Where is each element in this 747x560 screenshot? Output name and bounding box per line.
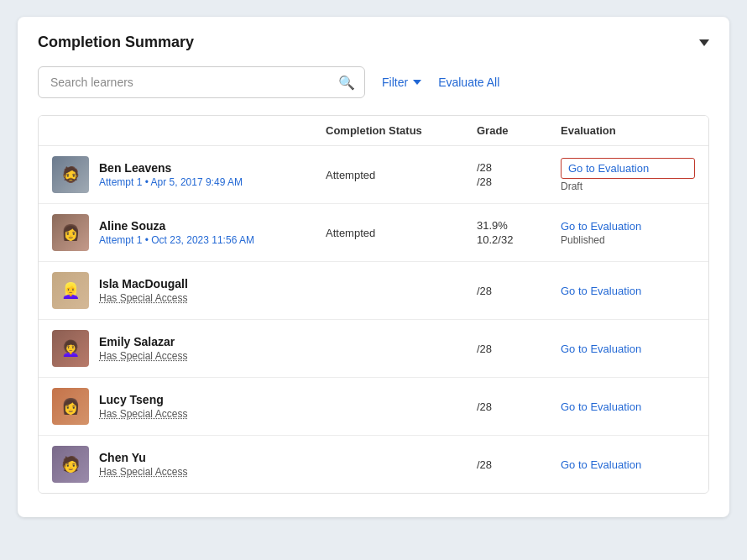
table-row: 👩 Lucy Tseng Has Special Access /28 Go t… bbox=[39, 378, 708, 436]
grade-cell: /28 bbox=[477, 400, 561, 413]
grade-secondary: 10.2/32 bbox=[477, 233, 561, 246]
grade-cell: /28 /28 bbox=[477, 161, 561, 188]
learner-name: Ben Leavens bbox=[99, 161, 243, 175]
grade-primary: /28 bbox=[477, 343, 561, 355]
table-row: 👩 Aline Souza Attempt 1 • Oct 23, 2023 1… bbox=[39, 204, 708, 262]
filter-button[interactable]: Filter bbox=[382, 76, 421, 89]
avatar: 👩 bbox=[52, 388, 89, 425]
filter-label: Filter bbox=[382, 76, 408, 89]
has-special-access-label[interactable]: Has Special Access bbox=[99, 292, 188, 304]
learner-name: Isla MacDougall bbox=[99, 277, 188, 290]
learner-cell: 👩 Lucy Tseng Has Special Access bbox=[52, 388, 326, 425]
evaluate-all-button[interactable]: Evaluate All bbox=[438, 76, 499, 89]
attempt-info: Attempt 1 • Apr 5, 2017 9:49 AM bbox=[99, 176, 243, 188]
col-completion-status: Completion Status bbox=[326, 124, 477, 137]
evaluation-status: Published bbox=[561, 234, 695, 246]
avatar: 🧑 bbox=[52, 446, 89, 483]
table-header: Completion Status Grade Evaluation bbox=[39, 116, 708, 146]
learner-cell: 🧔 Ben Leavens Attempt 1 • Apr 5, 2017 9:… bbox=[52, 156, 326, 193]
grade-cell: /28 bbox=[477, 458, 561, 471]
grade-secondary: /28 bbox=[477, 175, 561, 188]
evaluation-cell: Go to Evaluation bbox=[561, 458, 695, 471]
learner-cell: 👩 Aline Souza Attempt 1 • Oct 23, 2023 1… bbox=[52, 214, 326, 251]
filter-chevron-icon bbox=[413, 80, 421, 85]
avatar: 👱‍♀️ bbox=[52, 272, 89, 309]
evaluation-cell: Go to Evaluation Draft bbox=[561, 158, 695, 192]
collapse-icon[interactable] bbox=[699, 39, 709, 46]
grade-primary: /28 bbox=[477, 458, 561, 471]
learner-cell: 👩‍🦱 Emily Salazar Has Special Access bbox=[52, 330, 326, 367]
attempt-info: Attempt 1 • Oct 23, 2023 11:56 AM bbox=[99, 234, 254, 246]
search-wrapper: 🔍 bbox=[38, 66, 365, 98]
learner-name: Lucy Tseng bbox=[99, 393, 187, 406]
avatar: 👩 bbox=[52, 214, 89, 251]
col-evaluation: Evaluation bbox=[561, 124, 695, 137]
grade-primary: 31.9% bbox=[477, 219, 561, 232]
learner-info: Emily Salazar Has Special Access bbox=[99, 335, 187, 362]
has-special-access-label[interactable]: Has Special Access bbox=[99, 466, 187, 478]
table-body: 🧔 Ben Leavens Attempt 1 • Apr 5, 2017 9:… bbox=[39, 146, 708, 493]
grade-primary: /28 bbox=[477, 161, 561, 174]
learner-info: Lucy Tseng Has Special Access bbox=[99, 393, 187, 420]
table-row: 🧔 Ben Leavens Attempt 1 • Apr 5, 2017 9:… bbox=[39, 146, 708, 204]
avatar: 🧔 bbox=[52, 156, 89, 193]
evaluation-cell: Go to Evaluation bbox=[561, 285, 695, 297]
grade-cell: /28 bbox=[477, 285, 561, 297]
learner-info: Isla MacDougall Has Special Access bbox=[99, 277, 188, 304]
toolbar: 🔍 Filter Evaluate All bbox=[38, 66, 709, 98]
page-title: Completion Summary bbox=[38, 34, 194, 51]
table-row: 👩‍🦱 Emily Salazar Has Special Access /28… bbox=[39, 320, 708, 378]
completion-status: Attempted bbox=[326, 227, 477, 239]
grade-primary: /28 bbox=[477, 400, 561, 413]
table-row: 👱‍♀️ Isla MacDougall Has Special Access … bbox=[39, 262, 708, 320]
evaluation-cell: Go to Evaluation Published bbox=[561, 220, 695, 246]
learners-table: Completion Status Grade Evaluation 🧔 Ben… bbox=[38, 115, 709, 494]
evaluation-cell: Go to Evaluation bbox=[561, 343, 695, 355]
search-input[interactable] bbox=[38, 66, 365, 98]
avatar: 👩‍🦱 bbox=[52, 330, 89, 367]
learner-cell: 🧑 Chen Yu Has Special Access bbox=[52, 446, 326, 483]
go-to-evaluation-button[interactable]: Go to Evaluation bbox=[561, 285, 695, 297]
evaluation-cell: Go to Evaluation bbox=[561, 400, 695, 413]
go-to-evaluation-button[interactable]: Go to Evaluation bbox=[561, 220, 695, 233]
has-special-access-label[interactable]: Has Special Access bbox=[99, 350, 187, 362]
grade-primary: /28 bbox=[477, 285, 561, 297]
evaluation-status: Draft bbox=[561, 181, 695, 192]
learner-cell: 👱‍♀️ Isla MacDougall Has Special Access bbox=[52, 272, 326, 309]
go-to-evaluation-button[interactable]: Go to Evaluation bbox=[561, 343, 695, 355]
col-grade: Grade bbox=[477, 124, 561, 137]
learner-info: Ben Leavens Attempt 1 • Apr 5, 2017 9:49… bbox=[99, 161, 243, 188]
card-header: Completion Summary bbox=[38, 34, 709, 51]
go-to-evaluation-button[interactable]: Go to Evaluation bbox=[561, 458, 695, 471]
learner-info: Chen Yu Has Special Access bbox=[99, 451, 187, 478]
learner-name: Emily Salazar bbox=[99, 335, 187, 348]
learner-name: Chen Yu bbox=[99, 451, 187, 464]
has-special-access-label[interactable]: Has Special Access bbox=[99, 408, 187, 420]
learner-info: Aline Souza Attempt 1 • Oct 23, 2023 11:… bbox=[99, 219, 254, 246]
completion-status: Attempted bbox=[326, 169, 477, 181]
table-row: 🧑 Chen Yu Has Special Access /28 Go to E… bbox=[39, 436, 708, 493]
go-to-evaluation-button[interactable]: Go to Evaluation bbox=[561, 400, 695, 413]
grade-cell: 31.9% 10.2/32 bbox=[477, 219, 561, 246]
completion-summary-card: Completion Summary 🔍 Filter Evaluate All… bbox=[18, 17, 729, 517]
go-to-evaluation-button[interactable]: Go to Evaluation bbox=[561, 158, 695, 179]
learner-name: Aline Souza bbox=[99, 219, 254, 233]
grade-cell: /28 bbox=[477, 343, 561, 355]
